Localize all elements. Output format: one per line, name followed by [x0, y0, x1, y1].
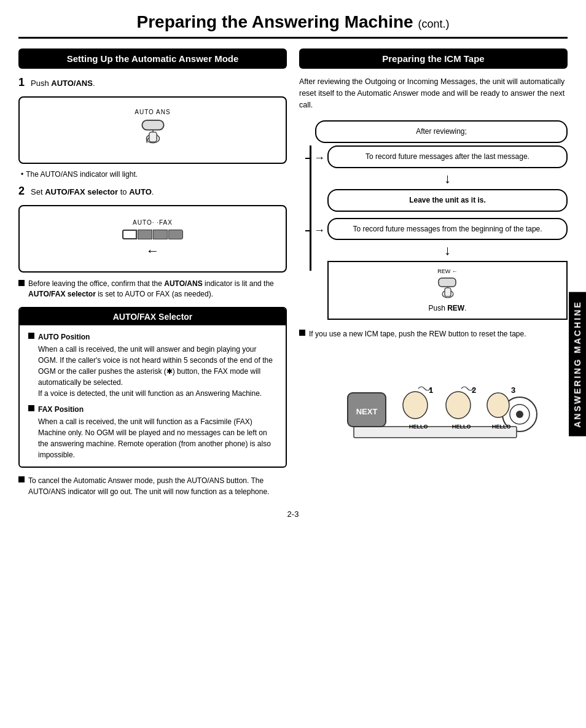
left-section-header: Setting Up the Automatic Answer Mode [18, 48, 287, 69]
svg-text:HELLO: HELLO [452, 424, 471, 430]
step2-diagram: AUTO· ·FAX ← [18, 205, 287, 273]
cancel-bullet-icon [18, 476, 25, 482]
cartoon-illustration: NEXT HELLO 1 HELLO 2 HELLO 3 [329, 347, 538, 451]
step1-label: Push AUTO/ANS. [31, 79, 95, 88]
step1-number: 1 [18, 76, 25, 89]
auto-position-text: When a call is received, the unit will a… [38, 344, 277, 399]
auto-bullet-icon [28, 333, 34, 339]
hand-press-icon [131, 119, 174, 152]
rew-note: If you use a new ICM tape, push the REW … [299, 328, 568, 339]
autofax-info-box: AUTO/FAX Selector AUTO Position When a c… [18, 307, 287, 468]
fax-position-text: When a call is received, the unit will f… [38, 416, 277, 460]
page-title: Preparing the Answering Machine (cont.) [18, 12, 568, 39]
step2-label: Set AUTO/FAX selector to AUTO. [31, 187, 154, 196]
rew-push-label: Push REW. [428, 304, 466, 312]
left-column: Setting Up the Automatic Answer Mode 1 P… [18, 48, 287, 497]
rew-diagram: REW ← Push REW. [327, 261, 568, 320]
step2-note-text: Before leaving the office, confirm that … [28, 279, 287, 300]
step2-note: Before leaving the office, confirm that … [18, 279, 287, 300]
step1-button-label: AUTO ANS [135, 109, 170, 115]
rew-note-text: If you use a new ICM tape, push the REW … [309, 328, 526, 339]
page-number: 2-3 [18, 509, 568, 519]
cancel-note: To cancel the Automatic Answer mode, pus… [18, 475, 287, 497]
svg-rect-4 [439, 278, 456, 287]
right-section-header: Preparing the ICM Tape [299, 48, 568, 69]
svg-rect-6 [445, 288, 451, 296]
flow-down-arrow-1: ↓ [327, 171, 568, 187]
svg-text:HELLO: HELLO [492, 424, 511, 430]
step1-bullet: The AUTO/ANS indicator will light. [18, 170, 287, 179]
step-1: 1 Push AUTO/ANS. AUTO ANS The A [18, 76, 287, 179]
svg-point-10 [516, 411, 523, 418]
step-2: 2 Set AUTO/FAX selector to AUTO. AUTO· ·… [18, 185, 287, 273]
step1-diagram: AUTO ANS [18, 96, 287, 164]
rew-bullet-icon [299, 330, 305, 336]
cancel-note-text: To cancel the Automatic Answer mode, pus… [28, 475, 287, 497]
fax-bullet-icon [28, 405, 34, 411]
flow-left-bar [310, 145, 311, 271]
svg-text:NEXT: NEXT [356, 407, 377, 416]
selector-label: AUTO· ·FAX [133, 219, 173, 226]
icm-intro-text: After reviewing the Outgoing or Incoming… [299, 76, 568, 110]
flow-box-4: To record future messages from the begin… [327, 218, 568, 241]
title-text: Preparing the Answering Machine [137, 12, 413, 31]
svg-text:HELLO: HELLO [409, 424, 428, 430]
rew-label: REW ← [437, 268, 458, 274]
cartoon-area: NEXT HELLO 1 HELLO 2 HELLO 3 [299, 347, 568, 451]
side-tab: ANSWERING MACHINE [569, 292, 586, 436]
flow-box-2: To record future messages after the last… [327, 145, 568, 168]
arrow-left-icon: ← [146, 243, 160, 259]
svg-rect-0 [142, 120, 163, 130]
flow-diagram: After reviewing; → To record future mess… [305, 120, 568, 320]
auto-position-title: AUTO Position [38, 331, 277, 343]
flow-box-3: Leave the unit as it is. [327, 189, 568, 212]
svg-text:3: 3 [511, 385, 515, 395]
flow-branch-1: → To record future messages after the la… [305, 145, 568, 212]
svg-point-14 [403, 392, 428, 419]
selector-switch [122, 230, 183, 239]
flow-branch-2: → To record future messages from the beg… [305, 218, 568, 320]
right-column: Preparing the ICM Tape After reviewing t… [299, 48, 568, 451]
step2-number: 2 [18, 185, 25, 198]
svg-point-17 [446, 392, 471, 419]
title-cont: (cont.) [418, 18, 449, 30]
flow-down-arrow-2: ↓ [327, 242, 568, 258]
svg-rect-2 [149, 132, 156, 142]
rew-hand-icon [432, 277, 463, 301]
info-box-header: AUTO/FAX Selector [20, 308, 286, 325]
info-box-body: AUTO Position When a call is received, t… [20, 325, 286, 467]
fax-position-title: FAX Position [38, 404, 277, 415]
square-bullet-icon [18, 280, 25, 286]
svg-point-20 [487, 393, 509, 417]
flow-box-1: After reviewing; [315, 120, 568, 143]
